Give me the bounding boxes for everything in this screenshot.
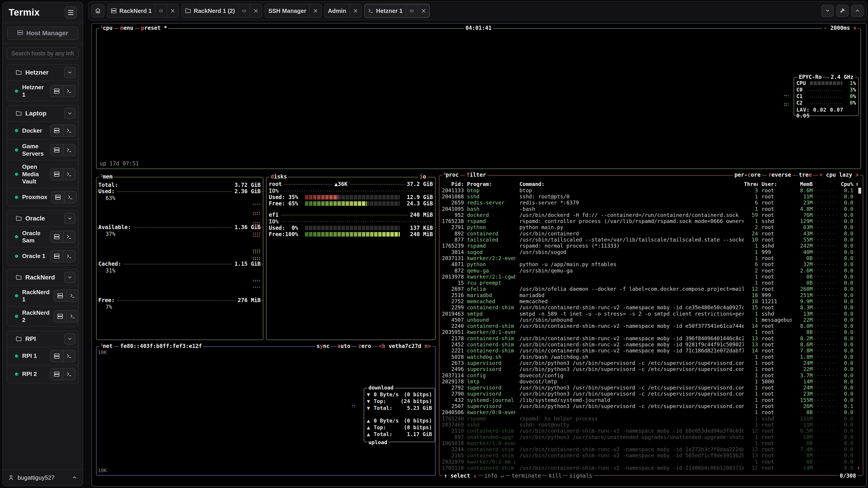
host-terminal-action-button[interactable] [63, 231, 75, 242]
group-collapse-button[interactable] [64, 67, 75, 78]
host-manager-action-button[interactable] [51, 368, 63, 380]
process-row[interactable]: 2244containerd-shim/usr/bin/containerd-s… [441, 446, 861, 452]
proc-sort-button-3[interactable]: < cpu lazy > [818, 172, 860, 178]
collapse-down-button[interactable] [822, 5, 834, 17]
net-box-button-2[interactable]: zero [357, 343, 373, 349]
proc-sort-button-0[interactable]: per-core [733, 172, 762, 178]
process-row[interactable]: 2037469sshdsshd: root@notty1root11M·····… [441, 422, 861, 428]
host-manager-action-button[interactable] [51, 86, 63, 97]
process-row[interactable]: 15rcu_preempt1root0B·······0.0 [441, 280, 861, 286]
process-row[interactable]: 2165containerd-shim/usr/bin/containerd-s… [441, 453, 861, 459]
host-manager-action-button[interactable] [51, 144, 63, 156]
host-manager-action-button[interactable] [51, 231, 63, 242]
group-collapse-button[interactable] [64, 272, 75, 283]
terminal-viewport[interactable]: 1cpumenupreset * 04:01:41 - 2000ms + up … [91, 23, 867, 487]
process-row[interactable]: 2221containerd-shim/usr/bin/containerd-s… [441, 348, 861, 354]
process-row[interactable]: 952dockerd/usr/bin/dockerd -H fd:// --co… [441, 212, 861, 218]
proc-sort-button-1[interactable]: reverse [767, 172, 793, 178]
process-row[interactable]: 2792supervisord/usr/bin/python3 /usr/bin… [441, 385, 861, 391]
net-box-button-1[interactable]: auto [336, 343, 352, 349]
host-terminal-action-button[interactable] [63, 168, 75, 180]
split-tab-button[interactable] [155, 4, 166, 18]
host-terminal-action-button[interactable] [63, 86, 75, 97]
host-row-game-servers[interactable]: Game Servers [7, 139, 78, 160]
close-tab-button[interactable] [250, 4, 261, 18]
proc-footer-button-4[interactable]: signals [568, 473, 594, 479]
process-row[interactable]: 2697ofelia/usr/bin/ofelia daemon --docke… [441, 286, 861, 292]
tab-racknerd-1-2-[interactable]: RackNerd 1 (2) [182, 4, 262, 18]
host-terminal-action-button[interactable] [63, 251, 75, 262]
tab-racknerd-1[interactable]: RackNerd 1 [107, 4, 179, 18]
process-row[interactable]: 2452containerd-shim/usr/bin/containerd-s… [441, 341, 861, 348]
host-manager-action-button[interactable] [51, 125, 63, 136]
proc-scrollbar-thumb[interactable] [858, 188, 861, 194]
host-manager-action-button[interactable] [54, 290, 66, 301]
process-row[interactable]: 2790supervisord/usr/bin/python3 /usr/bin… [441, 391, 861, 397]
proc-footer-button-1[interactable]: info ↵ [483, 473, 505, 479]
process-row[interactable]: 2178containerd-shim/usr/bin/containerd-s… [441, 335, 861, 341]
group-header[interactable]: Oracle [7, 210, 78, 226]
process-row[interactable]: 2041088sshdsshd: root@pts/01root11M·····… [441, 193, 861, 199]
group-collapse-button[interactable] [64, 108, 75, 119]
process-row[interactable]: 1765239rspamdrspamd: normal process (*:1… [441, 243, 861, 249]
host-row-oracle-sam[interactable]: Oracle Sam [7, 226, 78, 247]
host-row-racknerd-1[interactable]: RackNerd 1 [7, 285, 78, 306]
process-row[interactable]: 2240containerd-shim/usr/bin/containerd-s… [441, 323, 861, 329]
process-row[interactable]: 872qemu-ga/usr/sbin/qemu-ga2root2.6M····… [441, 267, 861, 273]
process-row[interactable]: 5028watchdog.sh/bin/bash /watchdog.sh1ro… [441, 354, 861, 360]
process-row[interactable]: 1765240rspamdrspamd: hs_helper process1s… [441, 416, 861, 422]
process-row[interactable]: 1965018kworker/1:0-even1root0B·······0.0 [441, 440, 861, 446]
process-row[interactable]: 2516mariadbdmariadbd18999251M·······0.0 [441, 292, 861, 298]
host-terminal-action-button[interactable] [66, 311, 79, 322]
process-row[interactable]: 2507supervisord/usr/bin/python3 /usr/bin… [441, 403, 861, 409]
group-header[interactable]: Laptop [7, 105, 78, 121]
host-terminal-action-button[interactable] [63, 125, 75, 136]
group-header[interactable]: RackNerd [7, 269, 78, 285]
host-row-hetzner-1[interactable]: Hetzner 1 [7, 80, 78, 101]
process-row[interactable]: 1765238rspamdrspamd: controller process … [441, 218, 861, 224]
cpu-box-button-2[interactable]: preset * [140, 25, 168, 31]
host-row-rpi-2[interactable]: RPI 2 [7, 365, 78, 383]
host-terminal-action-button[interactable] [63, 144, 75, 156]
host-manager-action-button[interactable] [52, 192, 64, 203]
process-row[interactable]: 4507unbound/usr/sbin/unbound1messagebus2… [441, 317, 861, 323]
split-tab-button[interactable] [238, 4, 250, 18]
process-row[interactable]: 2110containerd-shim/usr/bin/containerd-s… [441, 428, 861, 434]
process-row[interactable]: 2037114configdovecot/config1root3.7M····… [441, 372, 861, 379]
process-row[interactable]: 2673supervisord/usr/bin/python3 /usr/bin… [441, 360, 861, 366]
host-terminal-action-button[interactable] [66, 290, 79, 301]
host-row-open-media-vault[interactable]: Open Media Vault [7, 160, 78, 188]
process-row[interactable]: 2019463smtpdsmtpd -n 589 -t inet -u -o s… [441, 311, 861, 317]
net-box-button-0[interactable]: sync [315, 343, 331, 349]
process-row[interactable]: 4871pythonpython -u /app/main.py nftable… [441, 261, 861, 267]
tab-ssh-manager[interactable]: SSH Manager [265, 4, 322, 18]
split-tab-button[interactable] [406, 4, 417, 18]
process-row[interactable]: 2041095bash-bash1root4.8M·······0.0 [441, 206, 861, 212]
proc-footer-button-2[interactable]: terminate [510, 473, 542, 479]
process-row[interactable]: 877tailscaled/usr/sbin/tailscaled --stat… [441, 236, 861, 242]
process-row[interactable]: 2496supervisord/usr/bin/python3 /usr/bin… [441, 366, 861, 372]
close-tab-button[interactable] [166, 4, 178, 18]
disks-io-button-0[interactable]: io [418, 173, 428, 180]
host-terminal-action-button[interactable] [63, 350, 75, 362]
net-box-button-3[interactable]: <b vetha7c27d n> [377, 343, 432, 349]
host-manager-action-button[interactable] [54, 311, 66, 322]
process-row[interactable]: 2035951kworker/0:1-even1root0B·······0.0 [441, 329, 861, 335]
process-row[interactable]: 1765118containerd-shim/usr/bin/container… [441, 465, 861, 471]
host-row-racknerd-2[interactable]: RackNerd 2 [7, 306, 78, 326]
group-header[interactable]: RPI [7, 331, 78, 347]
process-row[interactable]: 2040506kworker/0:0-even1root0B·······0.0 [441, 410, 861, 416]
process-row[interactable]: 2013978kworker/2:1-cgwb1root0B·······0.0 [441, 273, 861, 280]
process-row[interactable]: 432systemd-journal/lib/systemd/systemd-j… [441, 397, 861, 403]
host-manager-button[interactable]: Host Manager [7, 27, 78, 40]
host-manager-action-button[interactable] [51, 251, 63, 262]
process-row[interactable]: 2791pythonpython main.py2root63M·······0… [441, 224, 861, 230]
host-terminal-action-button[interactable] [64, 192, 76, 203]
process-row[interactable]: 2299containerd-shim/usr/bin/containerd-s… [441, 304, 861, 311]
search-input[interactable] [7, 47, 79, 59]
user-menu[interactable]: bugattiguy527 [3, 469, 83, 486]
host-row-proxmox[interactable]: Proxmox [7, 188, 78, 206]
host-row-rpi-1[interactable]: RPI 1 [7, 347, 78, 365]
collapse-up-button[interactable] [851, 5, 864, 17]
process-row[interactable]: 2752memcachedmemcached10112119.9M·······… [441, 298, 861, 304]
